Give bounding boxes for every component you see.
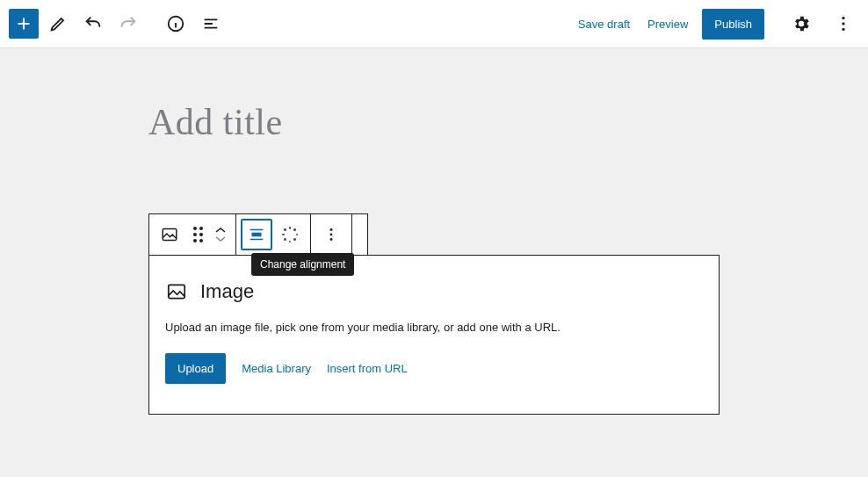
block-toolbar: Change alignment: [148, 213, 368, 256]
loading-spinner-button[interactable]: [274, 219, 306, 250]
image-block-description: Upload an image file, pick one from your…: [165, 321, 703, 334]
svg-point-6: [330, 228, 333, 231]
svg-point-8: [330, 238, 333, 241]
chevron-down-icon: [213, 235, 228, 243]
settings-button[interactable]: [785, 8, 817, 40]
move-up-down-button[interactable]: [210, 219, 231, 250]
block-type-image-button[interactable]: [154, 219, 185, 250]
align-icon: [247, 225, 266, 244]
svg-point-1: [842, 17, 844, 19]
upload-button[interactable]: Upload: [165, 353, 226, 384]
undo-button[interactable]: [77, 8, 109, 40]
svg-point-7: [330, 234, 333, 236]
svg-rect-5: [252, 233, 262, 237]
spinner-icon: [282, 227, 298, 242]
top-toolbar: Save draft Preview Publish: [0, 0, 868, 48]
redo-button[interactable]: [112, 8, 144, 40]
change-alignment-button[interactable]: [241, 219, 272, 250]
image-block-heading: Image: [200, 280, 254, 303]
preview-button[interactable]: Preview: [644, 12, 691, 36]
media-library-button[interactable]: Media Library: [242, 362, 311, 375]
post-title-input[interactable]: [148, 101, 720, 143]
image-block-placeholder: Image Upload an image file, pick one fro…: [148, 255, 720, 415]
publish-button[interactable]: Publish: [702, 9, 764, 40]
tooltip-change-alignment: Change alignment: [251, 253, 354, 276]
more-options-button[interactable]: [828, 8, 859, 40]
drag-icon: [193, 227, 203, 242]
block-more-options-button[interactable]: [315, 219, 347, 250]
outline-button[interactable]: [195, 8, 227, 40]
dots-vertical-icon: [322, 225, 341, 244]
block-area: Change alignment Image Upload an image f…: [148, 213, 720, 415]
svg-point-3: [842, 28, 844, 31]
drag-handle[interactable]: [187, 219, 208, 250]
top-toolbar-right: Save draft Preview Publish: [575, 8, 859, 40]
svg-point-2: [842, 22, 844, 25]
svg-rect-4: [163, 229, 177, 241]
image-icon: [160, 225, 179, 244]
top-toolbar-left: [9, 8, 227, 40]
edit-mode-button[interactable]: [42, 8, 74, 40]
chevron-up-icon: [213, 226, 228, 235]
insert-from-url-button[interactable]: Insert from URL: [327, 362, 408, 375]
save-draft-button[interactable]: Save draft: [575, 12, 633, 36]
add-block-button[interactable]: [9, 9, 39, 39]
image-icon: [165, 280, 188, 303]
svg-rect-9: [169, 285, 184, 298]
editor-canvas: Change alignment Image Upload an image f…: [0, 48, 868, 415]
info-button[interactable]: [160, 8, 192, 40]
